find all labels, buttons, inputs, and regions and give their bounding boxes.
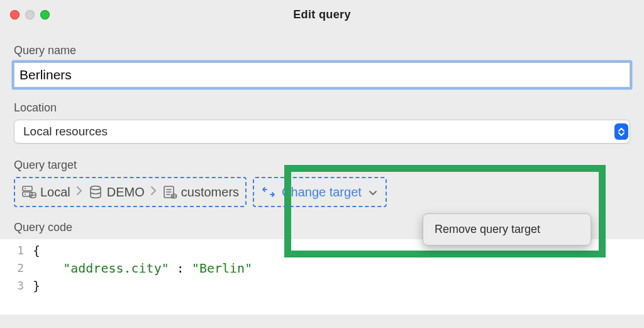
database-icon — [88, 184, 103, 200]
titlebar: Edit query — [0, 0, 644, 29]
query-name-input[interactable] — [14, 62, 630, 88]
location-value: Local resources — [23, 125, 108, 139]
chevron-right-icon — [75, 184, 83, 200]
path-item-label: customers — [181, 185, 239, 200]
collection-icon — [162, 184, 177, 200]
path-item-customers[interactable]: customers — [162, 184, 239, 200]
traffic-lights — [10, 10, 50, 20]
query-target-path: Local DEMO — [14, 177, 247, 207]
code-gutter: 1 2 3 — [0, 239, 33, 315]
close-window-button[interactable] — [10, 10, 19, 20]
svg-point-3 — [25, 193, 26, 195]
maximize-window-button[interactable] — [40, 10, 50, 20]
chevron-down-icon — [368, 185, 378, 200]
db-server-icon — [21, 184, 36, 200]
query-name-label: Query name — [14, 44, 630, 57]
window-title: Edit query — [0, 8, 644, 21]
path-item-local[interactable]: Local — [21, 184, 70, 200]
svg-point-5 — [91, 186, 101, 190]
menu-item-remove-query-target[interactable]: Remove query target — [427, 218, 587, 241]
location-select[interactable]: Local resources — [14, 120, 630, 144]
path-item-demo[interactable]: DEMO — [88, 184, 145, 200]
path-item-label: Local — [40, 185, 70, 200]
up-down-stepper-icon[interactable] — [614, 123, 628, 140]
change-target-button[interactable]: Change target — [253, 177, 387, 207]
svg-rect-0 — [23, 186, 32, 191]
location-label: Location — [14, 101, 630, 115]
query-target-label: Query target — [14, 159, 630, 172]
swap-arrows-icon — [262, 186, 275, 198]
code-body[interactable]: { "address.city" : "Berlin" } — [33, 239, 252, 315]
query-code-editor[interactable]: 1 2 3 { "address.city" : "Berlin" } — [0, 239, 644, 315]
svg-point-4 — [30, 193, 36, 195]
minimize-window-button[interactable] — [25, 10, 35, 20]
svg-point-2 — [25, 188, 26, 189]
context-menu: Remove query target — [423, 213, 591, 246]
line-number: 1 — [0, 242, 33, 259]
line-number: 3 — [0, 277, 33, 295]
chevron-right-icon — [150, 184, 157, 200]
change-target-label: Change target — [282, 185, 362, 200]
line-number: 2 — [0, 259, 33, 277]
path-item-label: DEMO — [107, 185, 145, 200]
